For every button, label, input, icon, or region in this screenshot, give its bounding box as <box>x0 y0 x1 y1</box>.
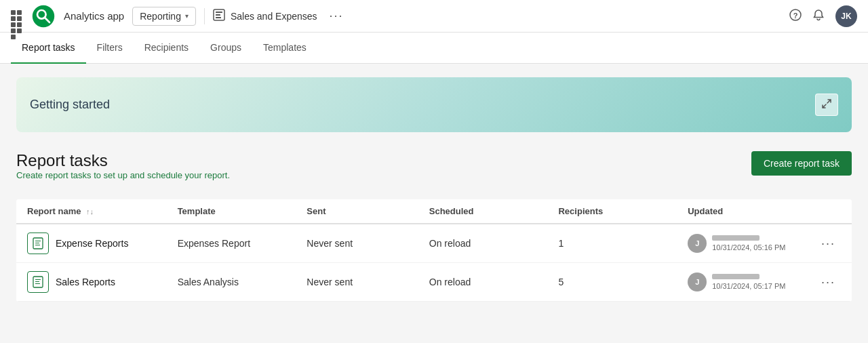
col-header-updated: Updated <box>677 199 806 224</box>
row-icon-1 <box>27 271 49 293</box>
getting-started-banner: Getting started <box>16 77 852 132</box>
nav-separator <box>204 8 205 24</box>
user-name-blurred-0 <box>712 235 760 241</box>
user-details-0: 10/31/2024, 05:16 PM <box>712 235 785 251</box>
sheet-more-button[interactable]: ··· <box>326 7 348 24</box>
user-details-1: 10/31/2024, 05:17 PM <box>712 274 785 290</box>
tab-templates[interactable]: Templates <box>252 33 317 64</box>
cell-template-1: Sales Analysis <box>167 263 296 302</box>
top-nav: Analytics app Reporting ▾ Sales and Expe… <box>0 0 868 33</box>
tab-filters[interactable]: Filters <box>86 33 134 64</box>
avatar[interactable]: JK <box>835 5 857 27</box>
tab-recipients[interactable]: Recipients <box>134 33 199 64</box>
chevron-down-icon: ▾ <box>185 12 189 20</box>
expand-banner-button[interactable] <box>815 94 838 116</box>
table-row: Sales Reports Sales Analysis Never sent … <box>16 263 852 302</box>
user-date-1: 10/31/2024, 05:17 PM <box>712 282 785 290</box>
svg-rect-6 <box>216 17 221 18</box>
table-header: Report name ↑↓ Template Sent Scheduled R… <box>16 199 852 224</box>
cell-template-0: Expenses Report <box>167 224 296 263</box>
cell-scheduled-1: On reload <box>418 263 548 302</box>
svg-rect-4 <box>216 12 222 13</box>
cell-actions-1: ··· <box>806 263 852 302</box>
cell-recipients-0: 1 <box>547 224 677 263</box>
user-name-blurred-1 <box>712 274 760 279</box>
user-avatar-0: J <box>688 234 707 253</box>
col-header-sent: Sent <box>296 199 418 224</box>
tab-report-tasks[interactable]: Report tasks <box>11 33 86 64</box>
app-name: Analytics app <box>64 10 124 22</box>
sort-icon[interactable]: ↑↓ <box>86 207 94 216</box>
col-header-actions <box>806 199 852 224</box>
svg-point-0 <box>33 5 54 26</box>
col-header-scheduled: Scheduled <box>418 199 548 224</box>
report-tasks-table: Report name ↑↓ Template Sent Scheduled R… <box>16 199 852 302</box>
sheet-info: Sales and Expenses <box>213 9 317 24</box>
cell-sent-0: Never sent <box>296 224 418 263</box>
col-header-template: Template <box>167 199 296 224</box>
table-row: Expense Reports Expenses Report Never se… <box>16 224 852 263</box>
cell-sent-1: Never sent <box>296 263 418 302</box>
sheet-icon <box>213 9 225 24</box>
cell-name-0: Expense Reports <box>16 224 167 263</box>
report-name-1: Sales Reports <box>56 277 115 287</box>
cell-recipients-1: 5 <box>547 263 677 302</box>
row-more-button-0[interactable]: ··· <box>817 235 840 252</box>
cell-updated-0: J 10/31/2024, 05:16 PM <box>677 224 806 263</box>
report-name-0: Expense Reports <box>56 238 128 249</box>
tabs-bar: Report tasks Filters Recipients Groups T… <box>0 33 868 64</box>
section-title: Report tasks <box>16 151 230 170</box>
row-icon-0 <box>27 233 49 254</box>
help-button[interactable]: ? <box>789 9 802 24</box>
sheet-label: Sales and Expenses <box>231 11 317 22</box>
user-avatar-1: J <box>688 273 707 291</box>
subtitle-text: Create report tasks to set up and schedu… <box>16 170 230 180</box>
row-more-button-1[interactable]: ··· <box>817 274 840 291</box>
cell-name-1: Sales Reports <box>16 263 167 302</box>
svg-text:?: ? <box>793 11 798 19</box>
create-report-task-button[interactable]: Create report task <box>751 151 852 176</box>
section-subtitle: Create report tasks to set up and schedu… <box>16 170 230 180</box>
cell-scheduled-0: On reload <box>418 224 548 263</box>
grid-menu-icon[interactable] <box>11 10 23 22</box>
qlik-logo <box>31 4 56 28</box>
report-tasks-header: Report tasks Create report tasks to set … <box>16 151 852 194</box>
section-title-group: Report tasks Create report tasks to set … <box>16 151 230 194</box>
nav-right: ? JK <box>789 5 857 27</box>
col-header-report-name: Report name ↑↓ <box>16 199 167 224</box>
cell-updated-1: J 10/31/2024, 05:17 PM <box>677 263 806 302</box>
svg-rect-5 <box>216 14 220 16</box>
col-header-recipients: Recipients <box>547 199 677 224</box>
user-date-0: 10/31/2024, 05:16 PM <box>712 243 785 251</box>
table-body: Expense Reports Expenses Report Never se… <box>16 224 852 302</box>
cell-actions-0: ··· <box>806 224 852 263</box>
reporting-dropdown[interactable]: Reporting ▾ <box>132 7 196 26</box>
tab-groups[interactable]: Groups <box>199 33 252 64</box>
getting-started-title: Getting started <box>30 98 110 112</box>
avatar-initials: JK <box>841 12 851 21</box>
main-content: Getting started Report tasks Create repo… <box>0 64 868 315</box>
reporting-dropdown-label: Reporting <box>140 11 181 22</box>
notifications-button[interactable] <box>812 9 825 24</box>
